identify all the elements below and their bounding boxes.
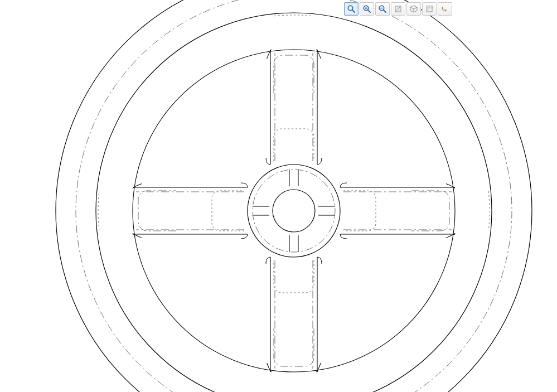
svg-line-62 xyxy=(368,10,370,12)
view-cube-button[interactable] xyxy=(406,2,421,16)
svg-line-66 xyxy=(384,10,386,12)
zoom-out-button[interactable] xyxy=(375,2,390,16)
svg-point-2 xyxy=(76,0,512,392)
cad-viewport[interactable] xyxy=(0,0,557,392)
section-button[interactable] xyxy=(422,2,437,16)
axes-button[interactable]: x y xyxy=(438,2,452,16)
svg-point-0 xyxy=(56,0,532,392)
svg-text:y: y xyxy=(444,8,447,13)
svg-point-1 xyxy=(96,13,492,392)
svg-point-4 xyxy=(248,164,340,257)
drawing-canvas xyxy=(0,0,557,392)
zoom-window-button[interactable] xyxy=(344,2,359,16)
svg-point-5 xyxy=(253,170,335,252)
svg-line-60 xyxy=(352,10,355,12)
view-toolbar: x y xyxy=(344,2,452,16)
pan-button[interactable] xyxy=(391,2,405,16)
svg-point-76 xyxy=(432,7,433,8)
svg-point-3 xyxy=(133,50,455,372)
zoom-in-button[interactable] xyxy=(360,2,374,16)
svg-point-6 xyxy=(273,190,315,232)
